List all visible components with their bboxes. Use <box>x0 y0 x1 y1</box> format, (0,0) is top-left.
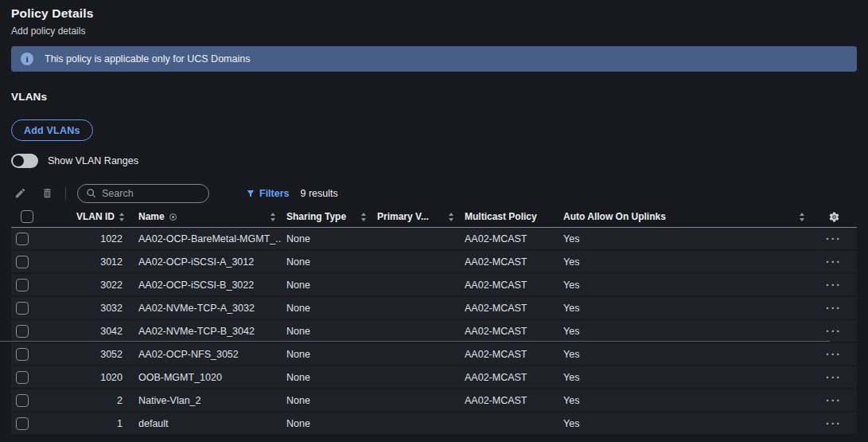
more-options-icon[interactable]: ··· <box>826 256 842 268</box>
show-vlan-ranges-label: Show VLAN Ranges <box>48 155 138 166</box>
table-settings-button[interactable] <box>811 211 857 223</box>
search-icon <box>86 188 96 198</box>
table-body: 1022AA02-OCP-BareMetal-MGMT_...NoneAA02-… <box>11 228 857 436</box>
row-actions-cell: ··· <box>811 395 857 406</box>
search-box[interactable] <box>77 184 209 203</box>
filters-button[interactable]: Filters <box>246 188 290 199</box>
vlan-name-cell: AA02-OCP-NFS_3052 <box>134 349 282 360</box>
sharing-type-cell: None <box>282 418 372 429</box>
show-vlan-ranges-toggle[interactable] <box>11 154 38 168</box>
trash-icon <box>41 187 53 199</box>
multicast-policy-cell: AA02-MCAST <box>460 395 559 406</box>
row-actions-cell: ··· <box>811 326 857 337</box>
sort-icon[interactable] <box>800 213 804 221</box>
sharing-type-cell: None <box>282 372 372 383</box>
table-row: 3012AA02-OCP-iSCSI-A_3012NoneAA02-MCASTY… <box>11 251 857 274</box>
row-checkbox[interactable] <box>16 302 29 315</box>
vlan-name-cell: default <box>134 418 282 429</box>
add-vlans-button[interactable]: Add VLANs <box>11 119 93 141</box>
vlan-id-cell: 1 <box>46 418 134 429</box>
row-checkbox-cell <box>11 348 46 361</box>
edit-button[interactable] <box>11 185 29 202</box>
multicast-policy-cell: AA02-MCAST <box>460 233 559 244</box>
toggle-knob <box>13 155 24 166</box>
vlan-id-cell: 1020 <box>46 372 134 383</box>
row-actions-cell: ··· <box>811 256 857 268</box>
more-options-icon[interactable]: ··· <box>826 233 842 244</box>
multicast-policy-cell: AA02-MCAST <box>460 280 559 291</box>
row-checkbox[interactable] <box>16 417 29 430</box>
sort-icon[interactable] <box>271 213 275 221</box>
delete-button[interactable] <box>38 185 56 202</box>
vlan-name-cell: Native-Vlan_2 <box>134 395 282 406</box>
table-row: 3042AA02-NVMe-TCP-B_3042NoneAA02-MCASTYe… <box>11 320 857 343</box>
multicast-policy-cell: AA02-MCAST <box>460 303 559 314</box>
vlan-id-cell: 3042 <box>46 326 134 337</box>
row-checkbox[interactable] <box>16 325 29 338</box>
more-options-icon[interactable]: ··· <box>826 349 842 360</box>
info-banner: i This policy is applicable only for UCS… <box>11 46 857 72</box>
auto-allow-cell: Yes <box>559 233 811 244</box>
multicast-policy-cell: AA02-MCAST <box>460 326 559 337</box>
row-checkbox-cell <box>11 279 46 291</box>
table-row: 1defaultNoneYes··· <box>11 413 857 436</box>
row-actions-cell: ··· <box>811 349 857 360</box>
more-options-icon[interactable]: ··· <box>826 280 842 291</box>
vlan-table: VLAN ID Name Sharing Type Primary V... M… <box>11 206 857 436</box>
vlan-name-cell: OOB-MGMT_1020 <box>134 372 282 383</box>
vlan-id-cell: 3032 <box>46 303 134 314</box>
header-name[interactable]: Name <box>134 206 282 227</box>
row-actions-cell: ··· <box>811 303 857 314</box>
table-header-row: VLAN ID Name Sharing Type Primary V... M… <box>11 206 857 228</box>
row-checkbox-cell <box>11 394 46 407</box>
header-checkbox-cell <box>11 206 46 227</box>
more-options-icon[interactable]: ··· <box>826 372 842 383</box>
sharing-type-cell: None <box>282 280 372 291</box>
more-options-icon[interactable]: ··· <box>826 303 842 314</box>
row-checkbox[interactable] <box>16 394 29 407</box>
header-auto-allow[interactable]: Auto Allow On Uplinks <box>559 206 811 227</box>
header-multicast-policy[interactable]: Multicast Policy <box>460 206 559 227</box>
filters-label: Filters <box>259 188 290 199</box>
table-row: 3032AA02-NVMe-TCP-A_3032NoneAA02-MCASTYe… <box>11 297 857 320</box>
vlan-name-cell: AA02-OCP-iSCSI-B_3022 <box>134 280 282 291</box>
more-options-icon[interactable]: ··· <box>826 418 842 429</box>
auto-allow-cell: Yes <box>559 418 811 429</box>
section-title-vlans: VLANs <box>11 91 857 103</box>
search-input[interactable] <box>102 188 189 199</box>
row-checkbox[interactable] <box>16 279 29 291</box>
row-checkbox[interactable] <box>16 348 29 361</box>
auto-allow-cell: Yes <box>559 326 811 337</box>
vlan-id-cell: 3012 <box>46 256 134 268</box>
row-checkbox[interactable] <box>16 233 29 245</box>
vlan-name-cell: AA02-NVMe-TCP-A_3032 <box>134 303 282 314</box>
row-actions-cell: ··· <box>811 280 857 291</box>
row-checkbox[interactable] <box>16 256 29 268</box>
more-options-icon[interactable]: ··· <box>826 326 842 337</box>
table-toolbar: Filters 9 results <box>11 183 857 203</box>
select-all-checkbox[interactable] <box>21 210 33 223</box>
row-checkbox[interactable] <box>16 371 29 384</box>
sort-icon[interactable] <box>119 213 124 221</box>
page-title: Policy Details <box>11 6 857 21</box>
auto-allow-cell: Yes <box>559 372 811 383</box>
sharing-type-cell: None <box>282 256 372 268</box>
header-sharing-type[interactable]: Sharing Type <box>282 206 372 227</box>
pencil-icon <box>14 187 26 199</box>
banner-text: This policy is applicable only for UCS D… <box>45 53 250 65</box>
more-options-icon[interactable]: ··· <box>826 395 842 406</box>
page-subtitle: Add policy details <box>11 25 857 37</box>
sharing-type-cell: None <box>282 326 372 337</box>
sort-icon[interactable] <box>449 213 453 221</box>
row-actions-cell: ··· <box>811 418 857 429</box>
row-checkbox-cell <box>11 233 46 245</box>
sharing-type-cell: None <box>282 303 372 314</box>
row-checkbox-cell <box>11 417 46 430</box>
header-settings-cell <box>811 206 857 227</box>
header-primary-vlan[interactable]: Primary V... <box>372 206 460 227</box>
header-vlan-id[interactable]: VLAN ID <box>46 206 134 227</box>
toolbar-divider <box>65 187 66 200</box>
multicast-policy-cell: AA02-MCAST <box>460 372 559 383</box>
sort-icon[interactable] <box>361 213 366 221</box>
vlan-id-cell: 2 <box>46 395 134 406</box>
